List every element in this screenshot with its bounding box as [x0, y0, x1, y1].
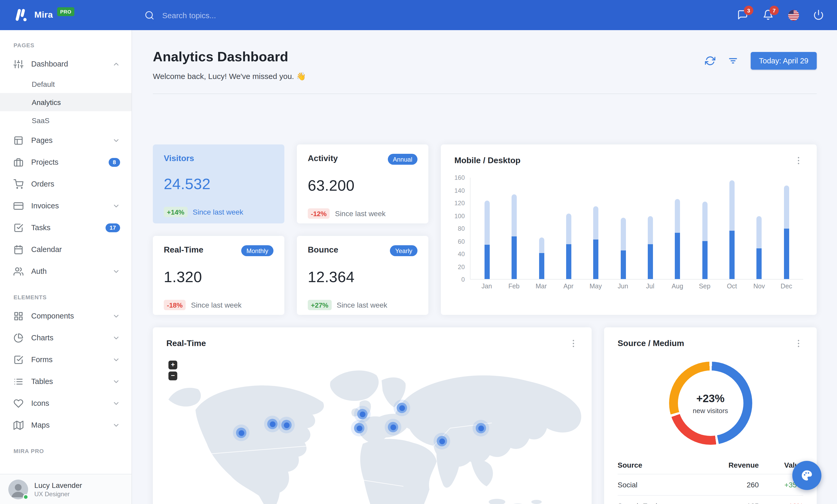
today-date-button[interactable]: Today: April 29 — [751, 52, 817, 70]
donut-center-label: new visitors — [693, 407, 728, 414]
table-row-social: Social 260 +35% — [618, 474, 803, 496]
brand-logo[interactable]: Mira PRO — [0, 7, 75, 23]
y-axis-tick: 20 — [458, 263, 465, 270]
sidebar-item-pages[interactable]: Pages — [0, 129, 131, 151]
map-marker-chicago[interactable] — [267, 419, 278, 429]
theme-settings-button[interactable] — [792, 461, 821, 490]
map-zoom-out-button[interactable]: − — [168, 372, 177, 380]
sidebar-item-calendar[interactable]: Calendar — [0, 239, 131, 260]
bar-sep[interactable] — [702, 178, 708, 279]
sidebar-user[interactable]: Lucy Lavender UX Designer — [0, 474, 131, 504]
sidebar-item-forms[interactable]: Forms — [0, 349, 131, 371]
map-marker-delhi[interactable] — [437, 436, 447, 446]
stat-period-badge[interactable]: Monthly — [241, 245, 273, 256]
map-zoom-in-button[interactable]: + — [168, 360, 177, 369]
source-cell: Search Engines — [618, 496, 701, 504]
more-vertical-icon — [794, 339, 803, 348]
search-icon — [144, 10, 155, 20]
sidebar-item-label: Projects — [31, 158, 109, 166]
bar-jun[interactable] — [621, 178, 626, 279]
bar-nov[interactable] — [757, 178, 762, 279]
sidebar-item-components[interactable]: Components — [0, 305, 131, 327]
stat-card-title: Visitors — [164, 154, 194, 163]
x-axis-label: Jan — [473, 283, 500, 290]
sidebar-item-analytics[interactable]: Analytics — [0, 93, 131, 111]
bar-chart: 020406080100120140160 — [455, 178, 803, 280]
donut-center-value: +23% — [696, 392, 725, 405]
bar-dec[interactable] — [784, 178, 789, 279]
filter-button[interactable] — [728, 56, 738, 66]
bar-feb[interactable] — [512, 178, 517, 279]
stat-change-badge: +14% — [164, 207, 188, 217]
stat-period-badge[interactable]: Annual — [388, 154, 417, 165]
map-marker-los-angeles[interactable] — [236, 428, 246, 438]
stat-value: 1.320 — [164, 268, 273, 286]
table-row-search-engines: Search Engines 125 -12% — [618, 496, 803, 504]
stat-card-title: Activity — [308, 154, 338, 163]
briefcase-icon — [14, 157, 23, 167]
y-axis-tick: 100 — [455, 212, 465, 220]
y-axis-tick: 120 — [455, 200, 465, 207]
map-menu-button[interactable] — [569, 339, 578, 348]
source-col-header: Source — [618, 456, 701, 474]
stat-card-title: Real-Time — [164, 245, 203, 255]
sidebar-item-invoices[interactable]: Invoices — [0, 195, 131, 217]
source-menu-button[interactable] — [794, 339, 803, 348]
stat-card-bounce: Bounce Yearly 12.364 +27% Since last wee… — [297, 236, 428, 315]
sidebar-item-maps[interactable]: Maps — [0, 414, 131, 436]
sidebar-item-saas[interactable]: SaaS — [0, 111, 131, 129]
map-marker-moscow[interactable] — [397, 403, 407, 413]
sidebar-item-label: Tasks — [31, 223, 106, 232]
bar-aug[interactable] — [675, 178, 680, 279]
sidebar-item-projects[interactable]: Projects8 — [0, 151, 131, 173]
language-flag-button[interactable] — [788, 10, 799, 20]
bar-jan[interactable] — [484, 178, 490, 279]
bar-may[interactable] — [593, 178, 599, 279]
sidebar-item-tasks[interactable]: Tasks17 — [0, 217, 131, 239]
chevron-down-icon — [112, 136, 120, 144]
sidebar-item-charts[interactable]: Charts — [0, 327, 131, 349]
map-marker-new-york[interactable] — [281, 420, 292, 430]
check-square-icon — [14, 355, 23, 365]
x-axis-label: Jun — [609, 283, 636, 290]
sidebar-item-default[interactable]: Default — [0, 75, 131, 93]
chevron-down-icon — [112, 267, 120, 275]
sidebar-item-label: Maps — [31, 421, 112, 429]
bar-apr[interactable] — [566, 178, 571, 279]
search-input[interactable] — [161, 10, 275, 20]
stat-change-badge: -12% — [308, 208, 330, 219]
sidebar-item-orders[interactable]: Orders — [0, 173, 131, 195]
sidebar-item-icons[interactable]: Icons — [0, 392, 131, 414]
refresh-button[interactable] — [705, 56, 715, 66]
x-axis-label: Mar — [528, 283, 555, 290]
map-marker-istanbul[interactable] — [388, 422, 398, 432]
messages-button[interactable]: 3 — [737, 10, 749, 21]
stat-change-note: Since last week — [335, 209, 386, 218]
chevron-down-icon — [112, 334, 120, 342]
bar-oct[interactable] — [729, 178, 735, 279]
notifications-button[interactable]: 7 — [763, 10, 774, 21]
world-map[interactable]: + − — [159, 350, 585, 504]
stat-card-visitors: Visitors 24.532 +14% Since last week — [153, 145, 284, 223]
sidebar-item-tables[interactable]: Tables — [0, 371, 131, 392]
revenue-col-header: Revenue — [701, 456, 772, 474]
map-marker-madrid[interactable] — [354, 423, 364, 433]
stat-period-badge[interactable]: Yearly — [390, 245, 417, 256]
chart-menu-button[interactable] — [794, 156, 803, 165]
sidebar-item-dashboard[interactable]: Dashboard — [0, 53, 131, 75]
sidebar-item-auth[interactable]: Auth — [0, 260, 131, 282]
welcome-message: Welcome back, Lucy! We've missed you. 👋 — [153, 72, 306, 81]
top-navbar: Mira PRO 3 7 — [0, 0, 837, 30]
mira-logo-icon — [14, 7, 29, 23]
logout-button[interactable] — [813, 10, 824, 21]
sidebar-item-label: Components — [31, 312, 112, 320]
map-marker-beijing[interactable] — [476, 423, 486, 433]
bar-jul[interactable] — [648, 178, 653, 279]
online-status-dot — [23, 494, 29, 500]
stat-card-title: Bounce — [308, 245, 338, 255]
us-flag-icon — [788, 10, 799, 20]
bar-mar[interactable] — [539, 178, 544, 279]
map-marker-london[interactable] — [357, 409, 368, 419]
header-divider — [153, 94, 817, 94]
stat-change-note: Since last week — [191, 301, 242, 309]
